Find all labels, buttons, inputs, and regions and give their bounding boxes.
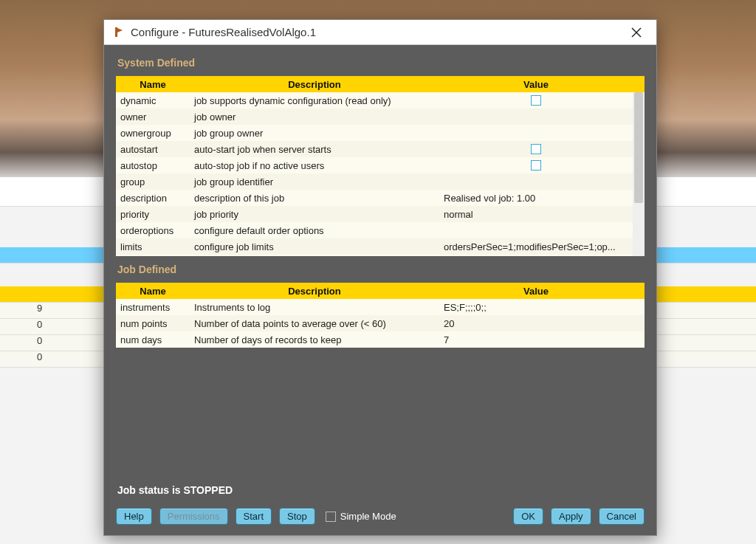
cell-name: orderoptions [116, 222, 190, 238]
checkbox-icon[interactable] [531, 144, 541, 154]
permissions-button[interactable]: Permissions [159, 508, 228, 525]
table-row[interactable]: priorityjob prioritynormal [116, 206, 645, 222]
system-grid-scrollbar[interactable] [633, 92, 645, 256]
table-row[interactable]: testmodein 'testmode' orders are not sub… [116, 255, 645, 256]
titlebar: Configure - FuturesRealisedVolAlgo.1 [104, 20, 656, 45]
table-row[interactable]: autostopauto-stop job if no active users [116, 157, 645, 173]
cell-name: num points [116, 315, 190, 331]
svg-rect-0 [115, 27, 117, 37]
cell-value[interactable] [439, 222, 633, 238]
cell-name: testmode [116, 255, 190, 256]
table-row[interactable]: num daysNumber of days of records to kee… [116, 331, 645, 348]
configure-dialog: Configure - FuturesRealisedVolAlgo.1 Sys… [103, 19, 657, 536]
cell-desc: job owner [190, 109, 439, 125]
cell-desc: auto-start job when server starts [190, 141, 439, 157]
cell-value[interactable]: Realised vol job: 1.00 [439, 190, 633, 206]
close-button[interactable] [624, 21, 649, 44]
table-row[interactable]: orderoptionsconfigure default order opti… [116, 222, 645, 238]
cell-name: limits [116, 238, 190, 255]
help-button[interactable]: Help [116, 508, 152, 525]
cell-value[interactable] [439, 255, 633, 256]
table-row[interactable]: autostartauto-start job when server star… [116, 141, 645, 157]
job-status: Job status is STOPPED [117, 484, 645, 496]
desktop-backdrop: 9 0 0 0 Configure - FuturesRealisedVolAl… [0, 0, 756, 544]
table-row[interactable]: ownerjob owner [116, 109, 645, 125]
app-icon [111, 26, 125, 39]
cell-name: ownergroup [116, 125, 190, 141]
col-name: Name [116, 283, 190, 299]
table-row[interactable]: ownergroupjob group owner [116, 125, 645, 141]
ok-button[interactable]: OK [513, 508, 543, 525]
job-defined-grid[interactable]: Name Description Value instrumentsInstru… [116, 283, 645, 348]
table-row[interactable]: descriptiondescription of this jobRealis… [116, 190, 645, 206]
simple-mode-label: Simple Mode [340, 511, 396, 522]
cell-desc: configure job limits [190, 238, 439, 255]
checkbox-icon[interactable] [531, 95, 541, 106]
cell-desc: Number of days of records to keep [190, 331, 439, 348]
cell-name: autostart [116, 141, 190, 157]
col-value: Value [439, 283, 633, 299]
cell-desc: auto-stop job if no active users [190, 157, 439, 173]
cell-value[interactable] [439, 109, 633, 125]
col-desc: Description [190, 76, 439, 92]
table-row[interactable]: num pointsNumber of data points to avera… [116, 315, 645, 331]
cell-name: autostop [116, 157, 190, 173]
col-value: Value [439, 76, 633, 92]
col-desc: Description [190, 283, 439, 299]
cell-value[interactable] [439, 157, 633, 173]
cell-desc: Instruments to log [190, 299, 439, 315]
cell-value[interactable] [439, 173, 633, 190]
cell-desc: Number of data points to average over (<… [190, 315, 439, 331]
col-name: Name [116, 76, 190, 92]
cell-desc: job supports dynamic configuration (read… [190, 92, 439, 109]
cell-name: num days [116, 331, 190, 348]
cell-value[interactable] [439, 141, 633, 157]
apply-button[interactable]: Apply [551, 508, 591, 525]
stop-button[interactable]: Stop [279, 508, 315, 525]
checkbox-icon[interactable] [531, 160, 541, 171]
cell-value[interactable]: ordersPerSec=1;modifiesPerSec=1;op... [439, 238, 633, 255]
table-row[interactable]: instrumentsInstruments to logES;F;;;;0;; [116, 299, 645, 315]
start-button[interactable]: Start [236, 508, 272, 525]
table-row[interactable]: groupjob group identifier [116, 173, 645, 190]
table-row[interactable]: dynamicjob supports dynamic configuratio… [116, 92, 645, 109]
cell-desc: job priority [190, 206, 439, 222]
cell-value[interactable]: 7 [439, 331, 633, 348]
dialog-button-row: Help Permissions Start Stop Simple Mode … [116, 508, 645, 528]
job-grid-header: Name Description Value [116, 283, 645, 299]
system-grid-header: Name Description Value [116, 76, 645, 92]
cell-desc: configure default order options [190, 222, 439, 238]
close-icon [631, 27, 642, 38]
table-row[interactable]: limitsconfigure job limitsordersPerSec=1… [116, 238, 645, 255]
cell-desc: job group identifier [190, 173, 439, 190]
checkbox-icon [326, 512, 336, 522]
scrollbar-thumb[interactable] [634, 92, 643, 203]
window-title: Configure - FuturesRealisedVolAlgo.1 [131, 26, 624, 38]
cell-name: group [116, 173, 190, 190]
system-defined-label: System Defined [117, 57, 645, 69]
cell-desc: job group owner [190, 125, 439, 141]
cell-name: priority [116, 206, 190, 222]
cell-value[interactable] [439, 125, 633, 141]
simple-mode-toggle[interactable]: Simple Mode [326, 511, 396, 522]
cell-desc: in 'testmode' orders are not submitted [190, 255, 439, 256]
cancel-button[interactable]: Cancel [599, 508, 645, 525]
job-defined-label: Job Defined [117, 264, 645, 275]
cell-desc: description of this job [190, 190, 439, 206]
cell-value[interactable] [439, 92, 633, 109]
cell-name: instruments [116, 299, 190, 315]
cell-value[interactable]: ES;F;;;;0;; [439, 299, 633, 315]
cell-name: dynamic [116, 92, 190, 109]
cell-value[interactable]: normal [439, 206, 633, 222]
cell-name: description [116, 190, 190, 206]
system-defined-grid[interactable]: Name Description Value dynamicjob suppor… [116, 76, 645, 256]
cell-name: owner [116, 109, 190, 125]
cell-value[interactable]: 20 [439, 315, 633, 331]
